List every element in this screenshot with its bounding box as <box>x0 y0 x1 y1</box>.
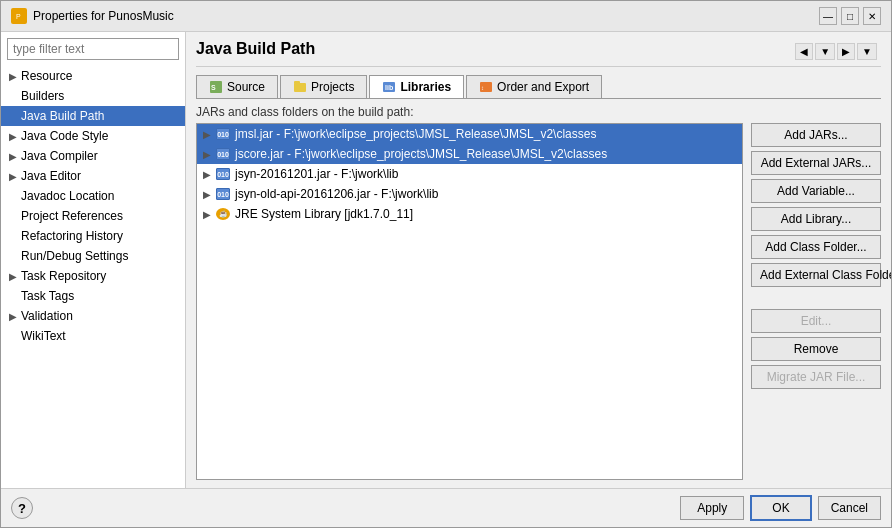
sidebar-item-label: Project References <box>21 209 123 223</box>
jar-list: ▶010jmsl.jar - F:\jwork\eclipse_projects… <box>196 123 743 480</box>
sidebar-item-label: Task Tags <box>21 289 74 303</box>
sidebar-item-java-code-style[interactable]: ▶Java Code Style <box>1 126 185 146</box>
sidebar-item-validation[interactable]: ▶Validation <box>1 306 185 326</box>
apply-button[interactable]: Apply <box>680 496 744 520</box>
titlebar-title: Properties for PunosMusic <box>33 9 813 23</box>
titlebar-icon: P <box>11 8 27 24</box>
chevron-right-icon: ▶ <box>9 171 17 182</box>
bottom-bar: ? Apply OK Cancel <box>1 488 891 527</box>
jar-list-item[interactable]: ▶010jsyn-old-api-20161206.jar - F:\jwork… <box>197 184 742 204</box>
add-variable-button[interactable]: Add Variable... <box>751 179 881 203</box>
remove-button[interactable]: Remove <box>751 337 881 361</box>
sidebar-item-run/debug-settings[interactable]: Run/Debug Settings <box>1 246 185 266</box>
sidebar-item-javadoc-location[interactable]: Javadoc Location <box>1 186 185 206</box>
tab-libraries[interactable]: lib Libraries <box>369 75 464 98</box>
sidebar-item-label: WikiText <box>21 329 66 343</box>
sidebar: ▶ResourceBuildersJava Build Path▶Java Co… <box>1 32 186 488</box>
sidebar-item-task-repository[interactable]: ▶Task Repository <box>1 266 185 286</box>
chevron-right-icon: ▶ <box>203 169 211 180</box>
add-external-class-folder-button[interactable]: Add External Class Folder... <box>751 263 881 287</box>
svg-text:P: P <box>16 13 21 20</box>
chevron-right-icon: ▶ <box>203 129 211 140</box>
sidebar-item-label: Task Repository <box>21 269 106 283</box>
svg-text:S: S <box>211 84 216 91</box>
forward-button[interactable]: ▶ <box>837 43 855 60</box>
sidebar-item-wikitext[interactable]: WikiText <box>1 326 185 346</box>
sidebar-item-label: Builders <box>21 89 64 103</box>
add-jars-button[interactable]: Add JARs... <box>751 123 881 147</box>
sidebar-item-label: Refactoring History <box>21 229 123 243</box>
chevron-right-icon: ▶ <box>203 209 211 220</box>
jar-list-item[interactable]: ▶☕JRE System Library [jdk1.7.0_11] <box>197 204 742 224</box>
ok-button[interactable]: OK <box>750 495 811 521</box>
maximize-button[interactable]: □ <box>841 7 859 25</box>
sidebar-item-project-references[interactable]: Project References <box>1 206 185 226</box>
bottom-left: ? <box>11 497 674 519</box>
dialog: P Properties for PunosMusic — □ ✕ ▶Resou… <box>0 0 892 528</box>
chevron-right-icon: ▶ <box>203 189 211 200</box>
panel-title: Java Build Path <box>196 40 795 62</box>
sidebar-item-label: Java Code Style <box>21 129 108 143</box>
sidebar-item-label: Validation <box>21 309 73 323</box>
sidebar-item-java-editor[interactable]: ▶Java Editor <box>1 166 185 186</box>
jar-list-item[interactable]: ▶010jscore.jar - F:\jwork\eclipse_projec… <box>197 144 742 164</box>
jar-icon: 010 <box>215 167 231 181</box>
jar-list-item[interactable]: ▶010jsyn-20161201.jar - F:\jwork\lib <box>197 164 742 184</box>
jar-list-item[interactable]: ▶010jmsl.jar - F:\jwork\eclipse_projects… <box>197 124 742 144</box>
jar-section-label: JARs and class folders on the build path… <box>196 105 881 119</box>
add-library-button[interactable]: Add Library... <box>751 207 881 231</box>
content-area: ▶010jmsl.jar - F:\jwork\eclipse_projects… <box>196 123 881 480</box>
sidebar-item-task-tags[interactable]: Task Tags <box>1 286 185 306</box>
tab-projects[interactable]: Projects <box>280 75 367 98</box>
order-icon: ↕ <box>479 80 493 94</box>
sidebar-item-label: Java Build Path <box>21 109 104 123</box>
titlebar-controls: — □ ✕ <box>819 7 881 25</box>
jar-label: jsyn-20161201.jar - F:\jwork\lib <box>235 167 398 181</box>
right-panel: Java Build Path ◀ ▼ ▶ ▼ S Source <box>186 32 891 488</box>
sidebar-item-label: Java Compiler <box>21 149 98 163</box>
jar-label: jmsl.jar - F:\jwork\eclipse_projects\JMS… <box>235 127 596 141</box>
minimize-button[interactable]: — <box>819 7 837 25</box>
sidebar-item-label: Javadoc Location <box>21 189 114 203</box>
sidebar-item-label: Java Editor <box>21 169 81 183</box>
chevron-right-icon: ▶ <box>9 271 17 282</box>
add-class-folder-button[interactable]: Add Class Folder... <box>751 235 881 259</box>
jar-icon: 010 <box>215 127 231 141</box>
dropdown-button[interactable]: ▼ <box>815 43 835 60</box>
svg-text:↕: ↕ <box>481 85 484 91</box>
jar-label: jsyn-old-api-20161206.jar - F:\jwork\lib <box>235 187 438 201</box>
dropdown2-button[interactable]: ▼ <box>857 43 877 60</box>
help-button[interactable]: ? <box>11 497 33 519</box>
jar-icon: 010 <box>215 147 231 161</box>
tab-libraries-label: Libraries <box>400 80 451 94</box>
sidebar-item-refactoring-history[interactable]: Refactoring History <box>1 226 185 246</box>
jar-icon: 010 <box>215 187 231 201</box>
jar-label: JRE System Library [jdk1.7.0_11] <box>235 207 413 221</box>
jar-label: jscore.jar - F:\jwork\eclipse_projects\J… <box>235 147 607 161</box>
migrate-jar-button: Migrate JAR File... <box>751 365 881 389</box>
sidebar-item-label: Run/Debug Settings <box>21 249 128 263</box>
cancel-button[interactable]: Cancel <box>818 496 881 520</box>
chevron-right-icon: ▶ <box>9 311 17 322</box>
titlebar: P Properties for PunosMusic — □ ✕ <box>1 1 891 32</box>
tab-source-label: Source <box>227 80 265 94</box>
tabs-bar: S Source Projects lib Libraries <box>196 75 881 99</box>
sidebar-item-resource[interactable]: ▶Resource <box>1 66 185 86</box>
main-content: ▶ResourceBuildersJava Build Path▶Java Co… <box>1 32 891 488</box>
sidebar-item-builders[interactable]: Builders <box>1 86 185 106</box>
close-button[interactable]: ✕ <box>863 7 881 25</box>
sidebar-item-java-build-path[interactable]: Java Build Path <box>1 106 185 126</box>
edit-button: Edit... <box>751 309 881 333</box>
jre-icon: ☕ <box>215 207 231 221</box>
back-button[interactable]: ◀ <box>795 43 813 60</box>
tab-order-export[interactable]: ↕ Order and Export <box>466 75 602 98</box>
svg-rect-5 <box>294 81 300 84</box>
libraries-icon: lib <box>382 80 396 94</box>
tab-source[interactable]: S Source <box>196 75 278 98</box>
filter-input[interactable] <box>7 38 179 60</box>
svg-text:lib: lib <box>385 84 393 91</box>
nav-arrows: ◀ ▼ ▶ ▼ <box>795 43 877 60</box>
add-external-jars-button[interactable]: Add External JARs... <box>751 151 881 175</box>
sidebar-item-java-compiler[interactable]: ▶Java Compiler <box>1 146 185 166</box>
tab-order-export-label: Order and Export <box>497 80 589 94</box>
